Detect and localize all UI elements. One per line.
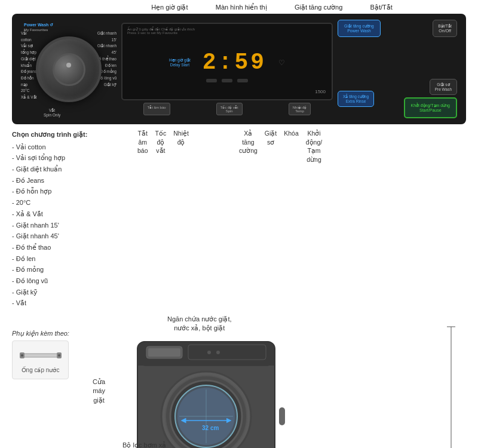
svg-rect-10 <box>188 345 266 360</box>
display-section: Ấn giữ 3 giây để đặt Chế độ giặt ưa thíc… <box>121 23 333 115</box>
time-display: 2:59 <box>203 50 266 75</box>
hen-gio-display-label: Hẹn giờ giặtDelay Start <box>169 58 191 67</box>
label-hen-gio: Hẹn giờ giặt <box>151 4 188 11</box>
svg-point-4 <box>58 354 60 357</box>
khoi-dong-btn[interactable]: Khởi động/Tạm dừngStart/Pause <box>404 97 457 118</box>
svg-point-11 <box>207 351 211 354</box>
giat-tang-cuong-btn[interactable]: Giặt tăng cườngPower Wash <box>338 20 381 37</box>
bottom-labels-row: Chọn chương trình giặt: - Vải cotton - V… <box>12 129 466 309</box>
ctrl-tat-am: Tắtâmbáo <box>137 129 148 155</box>
svg-rect-22 <box>279 407 285 425</box>
machine-drawing: Ngăn chứa nước giặt,nước xả, bột giặt <box>90 312 466 448</box>
display-screen: Ấn giữ 3 giây để đặt Chế độ giặt ưa thíc… <box>121 23 333 100</box>
bo-loc-label: Bộ lọc bơm xả <box>122 441 166 448</box>
program-dial[interactable]: Power Wash ↺My Favourites Vải cotton Vải… <box>21 20 117 118</box>
machine-section: Phụ kiện kèm theo: Ống cấp nước Ngăn chứ… <box>12 312 466 448</box>
machine-svg: 32 cm <box>120 324 323 448</box>
program-list: Chọn chương trình giặt: - Vải cotton - V… <box>12 129 131 309</box>
label-bat-tat: Bật/Tắt <box>370 4 393 11</box>
ctrl-xa-tang: Xảtăngcường <box>239 129 258 155</box>
cable-svg <box>20 346 62 364</box>
svg-rect-7 <box>137 360 275 366</box>
control-labels: Tắtâmbáo Tốcđộvắt Nhiệtđộ Xảtăngcường Gi… <box>137 129 322 309</box>
ctrl-nhiet-do: Nhiệtđộ <box>173 129 189 146</box>
bat-tat-btn[interactable]: Bật/TắtOn/Off <box>433 20 457 37</box>
svg-point-12 <box>216 351 220 354</box>
toc-do-vat-btn[interactable]: Tốc độ vắtSpin <box>216 103 243 115</box>
display-inner-label: Ấn giữ 3 giây để đặt Chế độ giặt ưa thíc… <box>127 27 195 35</box>
svg-text:32 cm: 32 cm <box>202 425 219 431</box>
ctrl-khoa: Khóa <box>284 129 299 138</box>
speed-indicator: 1500 <box>315 89 326 94</box>
control-panel: Power Wash ↺My Favourites Vải cotton Vải… <box>12 14 466 124</box>
program-items: - Vải cotton - Vải sợi tổng hợp - Giặt d… <box>12 142 131 309</box>
ctrl-giat-so: Giặtsơ <box>265 129 277 146</box>
label-man-hinh: Màn hình hiển thị <box>216 4 267 11</box>
xa-tang-cuong-btn[interactable]: Xả tăng cườngExtra Rinse <box>338 91 374 107</box>
accessory-label: Phụ kiện kèm theo: <box>12 330 78 337</box>
svg-rect-9 <box>148 348 180 357</box>
giat-so-btn[interactable]: Giặt sơPre Wash <box>430 79 457 95</box>
cua-may-label: Cửamáygiặt <box>93 378 105 405</box>
accessory-section: Phụ kiện kèm theo: Ống cấp nước <box>12 330 78 448</box>
tat-am-bao-btn[interactable]: Tắt âm báo <box>143 103 170 115</box>
accessory-image: Ống cấp nước <box>12 340 69 379</box>
nhiet-do-btn[interactable]: Nhiệt độTemp <box>289 103 311 115</box>
right-controls: Giặt tăng cườngPower Wash Bật/TắtOn/Off … <box>338 20 457 118</box>
program-list-title: Chọn chương trình giặt: <box>12 129 131 140</box>
label-giat-tang: Giặt tăng cường <box>295 4 342 11</box>
ctrl-khoi-dong: Khởiđộng/Tạmdừng <box>306 129 322 164</box>
svg-rect-0 <box>21 354 60 357</box>
ctrl-toc-do: Tốcđộvắt <box>155 129 167 155</box>
svg-point-3 <box>21 354 23 357</box>
accessory-name: Ống cấp nước <box>22 367 60 373</box>
height-dim: 85 cm <box>442 324 460 448</box>
